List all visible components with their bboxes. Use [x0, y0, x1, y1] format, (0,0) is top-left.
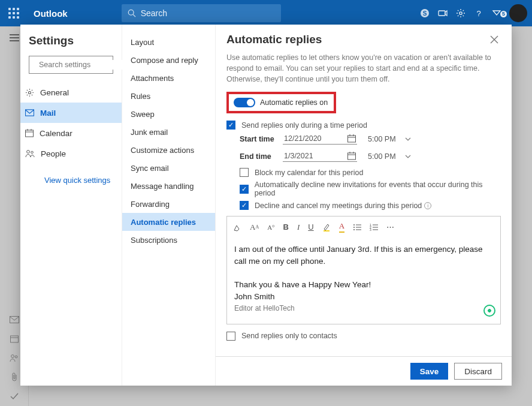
svg-point-23 — [27, 151, 30, 154]
reply-signature: Editor at HelloTech — [234, 303, 493, 314]
settings-icon[interactable] — [452, 8, 470, 18]
cancel-meetings-checkbox[interactable] — [240, 201, 249, 210]
svg-text:?: ? — [476, 9, 480, 18]
sub-message-handling[interactable]: Message handling — [122, 177, 215, 195]
svg-rect-27 — [348, 136, 356, 142]
cancel-meetings-label: Decline and cancel my meetings during th… — [255, 202, 422, 210]
bullet-list-icon[interactable] — [353, 224, 361, 231]
view-quick-settings-link[interactable]: View quick settings — [29, 176, 113, 185]
block-calendar-checkbox[interactable] — [240, 168, 249, 177]
sub-layout[interactable]: Layout — [122, 33, 215, 51]
reply-name: John Smith — [234, 291, 493, 303]
nav-general[interactable]: General — [20, 82, 122, 103]
settings-search-input[interactable] — [38, 60, 134, 70]
reply-line1: I am out of the office until January 3rd… — [234, 243, 493, 267]
only-contacts-checkbox[interactable] — [226, 332, 235, 341]
sub-automatic-replies[interactable]: Automatic replies — [122, 213, 215, 231]
nav-mail[interactable]: Mail — [20, 103, 122, 123]
bold-icon[interactable]: B — [283, 222, 289, 231]
mail-icon — [25, 109, 34, 116]
sub-compose-and-reply[interactable]: Compose and reply — [122, 51, 215, 69]
settings-modal: Settings General Mail Calendar People — [20, 25, 512, 386]
only-contacts-label: Send replies only to contacts — [241, 332, 337, 340]
global-search-placeholder: Search — [141, 8, 167, 18]
underline-icon[interactable]: U — [308, 222, 313, 231]
editor-textarea[interactable]: I am out of the office until January 3rd… — [227, 237, 500, 320]
help-text: Use automatic replies to let others know… — [226, 52, 501, 85]
start-time-input[interactable]: 5:00 PM — [368, 135, 411, 143]
close-icon — [490, 35, 498, 44]
editor-toolbar: AA A° B I U A 123 ⋯ — [227, 216, 500, 237]
account-avatar[interactable] — [509, 4, 527, 22]
teams-icon[interactable] — [434, 8, 452, 18]
svg-rect-4 — [439, 11, 445, 16]
time-period-label: Send replies only during a time period — [241, 121, 367, 130]
block-calendar-label: Block my calendar for this period — [255, 169, 363, 177]
svg-point-36 — [353, 224, 355, 225]
sub-junk-email[interactable]: Junk email — [122, 123, 215, 141]
sub-subscriptions[interactable]: Subscriptions — [122, 231, 215, 249]
settings-search[interactable] — [29, 56, 113, 74]
notifications-icon[interactable]: 5 — [488, 8, 506, 18]
toggle-highlight-box: Automatic replies on — [226, 92, 336, 113]
italic-icon[interactable]: I — [297, 222, 300, 232]
svg-point-24 — [31, 151, 34, 154]
brand-label: Outlook — [34, 8, 68, 19]
svg-point-17 — [28, 91, 31, 94]
panel-title: Automatic replies — [226, 33, 322, 46]
gear-icon — [25, 88, 34, 97]
start-date-input[interactable]: 12/21/2020 — [283, 133, 357, 145]
auto-replies-toggle[interactable] — [234, 98, 255, 107]
global-search[interactable]: Search — [122, 4, 281, 22]
sub-customize-actions[interactable]: Customize actions — [122, 141, 215, 159]
reply-line2: Thank you & have a Happy New Year! — [234, 279, 493, 291]
more-icon[interactable]: ⋯ — [386, 222, 394, 231]
skype-icon[interactable]: S — [416, 8, 434, 18]
svg-text:3: 3 — [370, 228, 371, 231]
people-icon — [25, 149, 35, 158]
number-list-icon[interactable]: 123 — [370, 224, 378, 231]
sub-forwarding[interactable]: Forwarding — [122, 195, 215, 213]
auto-replies-toggle-label: Automatic replies on — [260, 98, 328, 107]
svg-text:S: S — [423, 10, 427, 17]
info-icon[interactable]: i — [424, 202, 431, 209]
settings-title: Settings — [29, 34, 113, 47]
nav-calendar[interactable]: Calendar — [20, 123, 122, 143]
sub-sync-email[interactable]: Sync email — [122, 159, 215, 177]
time-period-checkbox[interactable] — [226, 121, 235, 130]
outlook-topbar: Outlook Search S ? 5 — [0, 0, 532, 26]
nav-people[interactable]: People — [20, 143, 122, 164]
search-icon — [128, 9, 136, 17]
sub-sweep[interactable]: Sweep — [122, 105, 215, 123]
end-time-input[interactable]: 5:00 PM — [368, 152, 411, 161]
calendar-icon — [347, 152, 356, 160]
save-button[interactable]: Save — [410, 363, 449, 380]
svg-rect-19 — [26, 130, 34, 137]
sub-attachments[interactable]: Attachments — [122, 69, 215, 87]
end-date-input[interactable]: 1/3/2021 — [283, 151, 357, 162]
svg-point-40 — [353, 229, 355, 230]
svg-line-1 — [133, 14, 135, 17]
help-icon[interactable]: ? — [470, 8, 488, 18]
decline-new-checkbox[interactable] — [240, 185, 249, 194]
start-time-label: Start time — [240, 135, 283, 143]
calendar-icon — [25, 129, 34, 137]
close-button[interactable] — [488, 33, 501, 46]
font-decrease-icon[interactable]: A° — [267, 224, 274, 231]
chevron-down-icon — [405, 136, 411, 142]
svg-point-5 — [460, 12, 462, 14]
font-color-icon[interactable]: A — [339, 221, 344, 233]
grammarly-icon[interactable] — [483, 305, 495, 317]
svg-point-38 — [353, 227, 355, 228]
app-launcher-icon[interactable] — [5, 8, 23, 19]
sub-rules[interactable]: Rules — [122, 87, 215, 105]
discard-button[interactable]: Discard — [454, 363, 502, 380]
font-increase-icon[interactable]: AA — [250, 222, 259, 232]
decline-new-label: Automatically decline new invitations fo… — [255, 181, 501, 197]
calendar-icon — [347, 134, 356, 143]
chevron-down-icon — [405, 154, 411, 160]
paint-icon[interactable] — [233, 223, 241, 231]
highlight-icon[interactable] — [322, 223, 331, 231]
svg-rect-31 — [348, 153, 356, 160]
mail-settings-list: Layout Compose and reply Attachments Rul… — [122, 25, 216, 386]
